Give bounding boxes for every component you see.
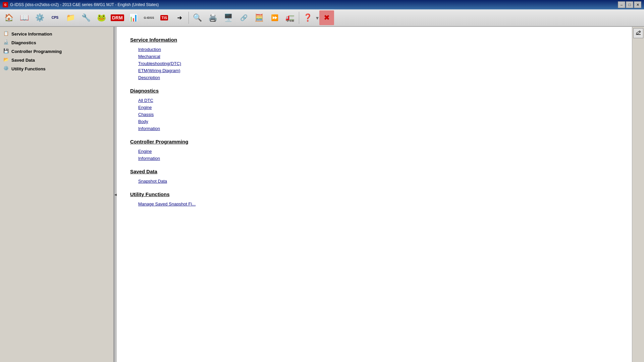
help-dropdown-icon: ▾ [316, 15, 319, 21]
cps-icon: CPS [52, 16, 59, 19]
search-icon: 🔍 [193, 14, 202, 21]
frog-icon: 🐸 [97, 14, 106, 21]
truck-button[interactable]: 🚛 [283, 10, 298, 25]
monitor-icon: 🖥️ [224, 14, 233, 21]
home-icon: 🏠 [4, 14, 13, 21]
wrench-icon: 🔧 [82, 14, 91, 21]
forward-button[interactable]: ⏩ [267, 10, 282, 25]
utility-functions-heading[interactable]: Utility Functions [130, 191, 619, 197]
chassis-link[interactable]: Chassis [130, 111, 619, 118]
service-information-heading[interactable]: Service Information [130, 37, 619, 43]
report-icon: 📊 [129, 14, 138, 21]
manage-snapshot-link[interactable]: Manage Saved Snapshot Fi... [130, 200, 619, 207]
arrow-icon: ➜ [177, 15, 182, 21]
drm-badge-container[interactable]: DRM [109, 14, 125, 22]
sidebar-saved-data-label: Saved Data [11, 58, 35, 63]
arrow-button[interactable]: ➜ [172, 10, 187, 25]
sidebar-utility-label: Utility Functions [11, 66, 46, 71]
title-bar: G G-IDSS (idss-cn2\idss-cn2) - 2013 C&E … [0, 0, 644, 9]
book-icon: 📖 [20, 14, 29, 21]
toolbar-separator-1 [189, 12, 189, 24]
frog-button[interactable]: 🐸 [94, 10, 109, 25]
diagnostics-icon: 🔬 [3, 40, 9, 46]
gidss-button[interactable]: G-IDSS [142, 10, 156, 25]
edit-icon [635, 30, 641, 36]
utility-icon: ⚙️ [3, 66, 9, 72]
home-button[interactable]: 🏠 [1, 10, 16, 25]
gear-icon: ⚙️ [35, 14, 44, 21]
wrench-button[interactable]: 🔧 [78, 10, 93, 25]
sidebar-scroll-indicator[interactable]: ◀ [114, 27, 117, 362]
close-button[interactable]: ✕ [634, 1, 641, 8]
edit-button[interactable] [633, 28, 643, 38]
ctrl-information-link[interactable]: Information [130, 155, 619, 162]
help-button[interactable]: ❓ [301, 10, 315, 25]
sidebar-diagnostics-label: Diagnostics [11, 40, 36, 45]
svg-marker-1 [636, 31, 641, 34]
report-button[interactable]: 📊 [126, 10, 141, 25]
right-panel [632, 27, 644, 362]
folder-icon: 📁 [66, 14, 75, 21]
drm-badge: DRM [111, 14, 124, 21]
restore-button[interactable]: □ [626, 1, 633, 8]
tis-icon: TIS [160, 15, 168, 20]
diag-information-link[interactable]: Information [130, 125, 619, 132]
toolbar: 🏠 📖 ⚙️ CPS 📁 🔧 🐸 DRM 📊 G-IDSS TIS ➜ 🔍 🖨️… [0, 9, 644, 27]
settings-button[interactable]: ⚙️ [32, 10, 47, 25]
cps-button[interactable]: CPS [48, 10, 62, 25]
sidebar-item-controller-programming[interactable]: 💾 Controller Programming [1, 47, 112, 56]
svg-line-2 [639, 32, 640, 33]
title-bar-left: G G-IDSS (idss-cn2\idss-cn2) - 2013 C&E … [3, 2, 159, 7]
app-icon: G [3, 2, 8, 7]
all-dtc-link[interactable]: All DTC [130, 97, 619, 104]
toolbar-separator-2 [299, 12, 299, 24]
folder-button[interactable]: 📁 [63, 10, 78, 25]
content-area: Service Information Introduction Mechani… [117, 27, 632, 362]
introduction-link[interactable]: Introduction [130, 46, 619, 53]
etm-link[interactable]: ETM(Wiring Diagram) [130, 67, 619, 74]
sidebar-item-service-information[interactable]: 📋 Service Information [1, 29, 112, 38]
print-button[interactable]: 🖨️ [206, 10, 220, 25]
window-title: G-IDSS (idss-cn2\idss-cn2) - 2013 C&E se… [10, 2, 159, 7]
saved-data-heading[interactable]: Saved Data [130, 169, 619, 174]
svg-rect-0 [636, 34, 641, 35]
exit-button[interactable]: ✖ [319, 10, 334, 25]
book-button[interactable]: 📖 [17, 10, 32, 25]
forward-icon: ⏩ [271, 15, 278, 21]
tis-button[interactable]: TIS [157, 10, 172, 25]
main-layout: 📋 Service Information 🔬 Diagnostics 💾 Co… [0, 27, 644, 362]
truck-icon: 🚛 [285, 14, 294, 21]
print-icon: 🖨️ [208, 14, 217, 21]
sidebar-item-utility-functions[interactable]: ⚙️ Utility Functions [1, 64, 112, 73]
search-button[interactable]: 🔍 [190, 10, 205, 25]
troubleshooting-link[interactable]: Troubleshooting(DTC) [130, 60, 619, 67]
sidebar-item-saved-data[interactable]: 📂 Saved Data [1, 56, 112, 64]
minimize-button[interactable]: – [618, 1, 625, 8]
sidebar: 📋 Service Information 🔬 Diagnostics 💾 Co… [0, 27, 114, 362]
engine-ctrl-link[interactable]: Engine [130, 148, 619, 155]
saved-data-icon: 📂 [3, 57, 9, 63]
calculator-button[interactable]: 🧮 [252, 10, 267, 25]
controller-icon: 💾 [3, 48, 9, 54]
sidebar-service-information-label: Service Information [11, 32, 52, 37]
help-icon: ❓ [303, 14, 312, 21]
controller-programming-heading[interactable]: Controller Programming [130, 139, 619, 144]
sidebar-controller-label: Controller Programming [11, 49, 62, 54]
calculator-icon: 🧮 [255, 14, 264, 21]
description-link[interactable]: Description [130, 74, 619, 81]
diagnostics-heading[interactable]: Diagnostics [130, 88, 619, 94]
exit-icon: ✖ [324, 14, 330, 21]
sidebar-item-diagnostics[interactable]: 🔬 Diagnostics [1, 38, 112, 47]
mechanical-link[interactable]: Mechanical [130, 53, 619, 60]
snapshot-data-link[interactable]: Snapshot Data [130, 178, 619, 185]
engine-diag-link[interactable]: Engine [130, 104, 619, 111]
window-controls[interactable]: – □ ✕ [618, 1, 641, 8]
monitor-button[interactable]: 🖥️ [221, 10, 236, 25]
body-link[interactable]: Body [130, 118, 619, 125]
gidss-icon: G-IDSS [144, 16, 154, 19]
service-info-icon: 📋 [3, 31, 9, 37]
network-button[interactable]: 🔗 [236, 10, 251, 25]
network-icon: 🔗 [240, 15, 248, 21]
